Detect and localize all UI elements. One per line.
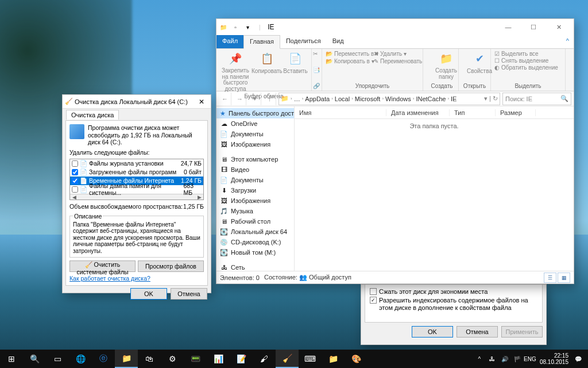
taskbar-app[interactable]: ⓔ bbox=[92, 350, 115, 368]
view-files-button[interactable]: Просмотр файлов bbox=[138, 260, 204, 272]
disk-properties-dialog: Сжать этот диск для экономии места ✓Разр… bbox=[361, 284, 547, 345]
scroll-right-icon[interactable]: ▶ bbox=[195, 194, 203, 200]
scroll-left-icon[interactable]: ◀ bbox=[70, 194, 78, 200]
ok-button[interactable]: OK bbox=[130, 288, 167, 300]
column-type[interactable]: Тип bbox=[450, 109, 496, 116]
taskbar-app[interactable]: ⌨ bbox=[299, 350, 322, 368]
taskbar-app[interactable]: 📊 bbox=[207, 350, 230, 368]
view-icons-button[interactable]: ▦ bbox=[558, 273, 570, 283]
ok-button[interactable]: OK bbox=[412, 326, 453, 338]
disk-cleanup-dialog: 🧹 Очистка диска Локальный диск 64 (C:) ✕… bbox=[62, 94, 211, 293]
tab-cleanup[interactable]: Очистка диска bbox=[66, 110, 119, 120]
sidebar-item[interactable]: ⬇Загрузки bbox=[216, 185, 294, 195]
compress-checkbox[interactable] bbox=[370, 288, 377, 295]
qat-dropdown-icon[interactable]: ▾ bbox=[243, 22, 252, 32]
cancel-button[interactable]: Отмена bbox=[171, 288, 207, 300]
qat-props-icon[interactable]: ▫ bbox=[231, 22, 240, 32]
tray-volume-icon[interactable]: 🔊 bbox=[498, 356, 511, 362]
select-none-button[interactable]: ☐ Снять выделение bbox=[494, 57, 562, 64]
index-checkbox[interactable]: ✓ bbox=[370, 297, 377, 304]
file-row[interactable]: 📄Загруженные файлы программ0 байт bbox=[70, 168, 203, 177]
status-count: Элементов: 0 bbox=[220, 274, 260, 281]
taskbar-app[interactable]: 🎨 bbox=[345, 350, 368, 368]
total-label: Объем высвобождаемого пространства: bbox=[69, 203, 183, 210]
paste-shortcut-icon[interactable]: 🔗 bbox=[313, 83, 320, 89]
task-view-button[interactable]: ▭ bbox=[46, 350, 69, 368]
disk-cleanup-icon: 🧹 bbox=[65, 98, 73, 105]
copy-path-icon[interactable]: 📑 bbox=[313, 67, 320, 73]
taskbar-app[interactable]: 📁 bbox=[322, 350, 345, 368]
nav-history-button[interactable]: ▾ bbox=[249, 93, 261, 105]
tray-language[interactable]: ENG bbox=[524, 356, 536, 362]
nav-forward-button[interactable]: → bbox=[234, 93, 246, 105]
clean-system-files-button[interactable]: 🧹 Очистить системные файлы bbox=[69, 260, 136, 272]
taskbar-app[interactable]: 📝 bbox=[230, 350, 253, 368]
tray-flag-icon[interactable]: 🏴 bbox=[511, 356, 524, 362]
sidebar-item-thispc[interactable]: 🖥Этот компьютер bbox=[216, 154, 294, 164]
tray-notifications-icon[interactable]: 💬 bbox=[572, 356, 585, 362]
taskbar-app[interactable]: 📟 bbox=[184, 350, 207, 368]
sidebar-item[interactable]: 💿CD-дисковод (K:) bbox=[216, 237, 294, 247]
sidebar-item[interactable]: 📄Документы bbox=[216, 175, 294, 185]
close-button[interactable]: ✕ bbox=[546, 19, 571, 35]
start-button[interactable]: ⊞ bbox=[0, 350, 23, 368]
search-icon: 🔍 bbox=[560, 95, 568, 102]
column-date[interactable]: Дата изменения bbox=[386, 109, 450, 116]
pin-to-quickaccess-button[interactable]: 📌Закрепить на панели быстрого доступа bbox=[220, 51, 251, 92]
taskbar-app[interactable]: ⚙ bbox=[161, 350, 184, 368]
tab-share[interactable]: Поделиться bbox=[280, 35, 327, 48]
search-button[interactable]: 🔍 bbox=[23, 350, 46, 368]
column-size[interactable]: Размер bbox=[496, 109, 536, 116]
nav-back-button[interactable]: ← bbox=[219, 93, 231, 105]
column-name[interactable]: Имя bbox=[295, 109, 386, 116]
tab-view[interactable]: Вид bbox=[327, 35, 350, 48]
copy-button[interactable]: 📋Копировать bbox=[253, 51, 281, 74]
invert-selection-button[interactable]: ◐ Обратить выделение bbox=[494, 64, 562, 71]
cleanup-info-icon bbox=[69, 124, 84, 139]
sidebar-item-onedrive[interactable]: ☁OneDrive bbox=[216, 118, 294, 129]
sidebar-item-network[interactable]: 🖧Сеть bbox=[216, 262, 294, 271]
maximize-button[interactable]: ☐ bbox=[521, 19, 546, 35]
compress-label: Сжать этот диск для экономии места bbox=[379, 288, 488, 295]
taskbar-app-explorer[interactable]: 📁 bbox=[115, 350, 138, 368]
tray-clock[interactable]: 22:1508.10.2015 bbox=[536, 352, 572, 365]
ribbon-collapse-icon[interactable]: ^ bbox=[562, 35, 574, 48]
sidebar-item[interactable]: 🎞Видео bbox=[216, 164, 294, 175]
close-button[interactable]: ✕ bbox=[195, 98, 208, 106]
view-details-button[interactable]: ☰ bbox=[544, 273, 556, 283]
sidebar-item-documents[interactable]: 📄Документы bbox=[216, 129, 294, 139]
tab-home[interactable]: Главная bbox=[243, 35, 280, 49]
empty-folder-text: Эта папка пуста. bbox=[295, 119, 574, 271]
nav-up-button[interactable]: ↑ bbox=[264, 93, 276, 105]
taskbar-app[interactable]: 🛍 bbox=[138, 350, 161, 368]
tray-chevron-icon[interactable]: ^ bbox=[473, 356, 486, 362]
file-row[interactable]: 📄Файлы дампа памяти для системны...683 М… bbox=[70, 185, 203, 194]
status-state: Состояние: 👥 Общий доступ bbox=[264, 274, 351, 281]
sidebar-item-pictures[interactable]: 🖼Изображения bbox=[216, 139, 294, 150]
new-folder-button[interactable]: 📁Создать папку bbox=[429, 51, 463, 80]
cut-icon[interactable]: ✂ bbox=[313, 51, 320, 57]
window-title: IE bbox=[268, 23, 274, 31]
sidebar-item[interactable]: 🎵Музыка bbox=[216, 206, 294, 216]
cancel-button[interactable]: Отмена bbox=[457, 326, 498, 338]
select-all-button[interactable]: ☑ Выделить все bbox=[494, 51, 562, 57]
dialog-title: Очистка диска Локальный диск 64 (C:) bbox=[75, 98, 188, 105]
file-row[interactable]: 📄Файлы журнала установки24,7 КБ bbox=[70, 159, 203, 168]
tray-network-icon[interactable]: 🖧 bbox=[486, 356, 498, 362]
breadcrumb[interactable]: 📁›…› AppData› Local› Microsoft› Windows›… bbox=[278, 93, 500, 105]
taskbar-app[interactable]: 🖌 bbox=[253, 350, 276, 368]
paste-button[interactable]: 📄Вставить bbox=[283, 51, 308, 74]
help-link[interactable]: Как работает очистка диска? bbox=[69, 275, 204, 282]
sidebar-item[interactable]: 💽Новый том (M:) bbox=[216, 247, 294, 258]
sidebar-item[interactable]: 🖥Рабочий стол bbox=[216, 216, 294, 227]
sidebar-item[interactable]: 💽Локальный диск 64 bbox=[216, 227, 294, 237]
apply-button[interactable]: Применить bbox=[501, 326, 543, 338]
taskbar-app[interactable]: 🧹 bbox=[276, 350, 299, 368]
sidebar-item[interactable]: 🖼Изображения bbox=[216, 195, 294, 206]
quick-access-header[interactable]: ★Панель быстрого доступа bbox=[216, 108, 294, 118]
taskbar-app[interactable]: 🌐 bbox=[69, 350, 92, 368]
tab-file[interactable]: Файл bbox=[216, 35, 243, 48]
minimize-button[interactable]: — bbox=[496, 19, 521, 35]
search-input[interactable]: Поиск: IE🔍 bbox=[502, 93, 571, 105]
files-list: 📄Файлы журнала установки24,7 КБ 📄Загруже… bbox=[69, 159, 204, 200]
